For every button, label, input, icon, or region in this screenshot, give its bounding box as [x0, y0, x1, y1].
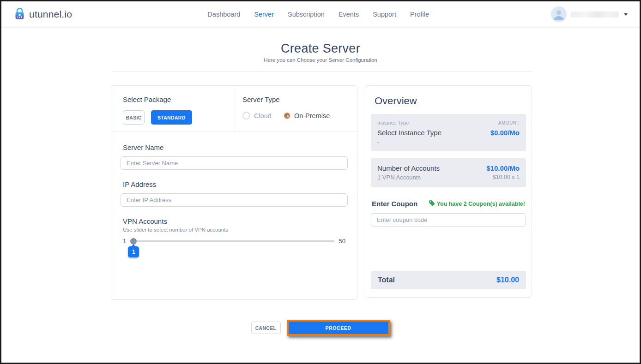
user-name-redacted: [571, 12, 619, 18]
slider-max-label: 50: [339, 238, 345, 245]
total-row: Total $10.00: [371, 271, 526, 289]
app-window: utunnel.io Dashboard Server Subscription…: [0, 0, 641, 364]
ip-address-label: IP Address: [123, 180, 348, 188]
nav-item-server[interactable]: Server: [254, 11, 274, 18]
vpn-accounts-group: VPN Accounts Use slider to select number…: [121, 217, 348, 245]
package-basic-button[interactable]: BASIC: [123, 110, 145, 125]
amount-header: AMOUNT: [498, 120, 520, 125]
user-menu[interactable]: [551, 6, 628, 22]
nav-item-subscription[interactable]: Subscription: [288, 11, 325, 18]
page-subtitle: Here you can Choose your Server Configur…: [1, 57, 640, 63]
proceed-button[interactable]: PROCEED: [289, 322, 388, 334]
accounts-amount-detail: $10.00 x 1: [493, 174, 520, 181]
slider-min-label: 1: [123, 238, 126, 245]
server-name-group: Server Name: [121, 143, 348, 170]
brand-name: utunnel.io: [29, 9, 72, 20]
coupon-code-input[interactable]: [371, 213, 526, 227]
instance-type-header: Instance Type: [377, 120, 409, 125]
nav-item-support[interactable]: Support: [373, 11, 396, 18]
server-name-label: Server Name: [123, 143, 348, 151]
click-highlight-annotation: PROCEED: [287, 320, 390, 336]
total-label: Total: [378, 276, 395, 284]
radio-on-premise-label[interactable]: On-Premise: [294, 112, 330, 119]
page-title: Create Server: [1, 42, 640, 56]
coupon-availability: You have 2 Coupon(s) available!: [429, 200, 525, 208]
overview-card: Overview Instance Type AMOUNT Select Ins…: [365, 85, 532, 298]
select-package-section: Select Package BASIC STANDARD: [111, 86, 235, 131]
vpn-accounts-slider[interactable]: 1: [130, 240, 334, 242]
package-standard-button[interactable]: STANDARD: [151, 110, 192, 125]
server-type-label: Server Type: [242, 95, 357, 103]
tag-icon: [429, 200, 435, 208]
nav-item-events[interactable]: Events: [339, 11, 359, 18]
avatar: [551, 6, 567, 22]
accounts-amount: $10.00/Mo: [486, 164, 520, 172]
top-navbar: utunnel.io Dashboard Server Subscription…: [1, 1, 640, 28]
total-amount: $10.00: [496, 276, 519, 284]
cancel-button[interactable]: CANCEL: [251, 322, 281, 334]
nav-item-profile[interactable]: Profile: [410, 11, 429, 18]
instance-type-block: Instance Type AMOUNT Select Instance Typ…: [371, 114, 526, 151]
instance-type-detail: -: [377, 138, 379, 145]
coupon-row: Enter Coupon You have 2 Coupon(s) availa…: [372, 200, 525, 208]
ip-address-input[interactable]: [121, 193, 348, 207]
nav-item-dashboard[interactable]: Dashboard: [207, 11, 240, 18]
ip-address-group: IP Address: [121, 180, 348, 207]
instance-type-name: Select Instance Type: [377, 129, 441, 137]
instance-type-amount: $0.00/Mo: [490, 129, 520, 137]
vpn-accounts-label: VPN Accounts: [123, 217, 348, 225]
server-name-input[interactable]: [121, 156, 348, 170]
server-config-card: Select Package BASIC STANDARD Server Typ…: [111, 85, 357, 300]
main-nav: Dashboard Server Subscription Events Sup…: [207, 11, 429, 18]
radio-cloud[interactable]: [242, 112, 250, 119]
coupon-availability-text: You have 2 Coupon(s) available!: [437, 201, 525, 207]
coupon-label: Enter Coupon: [372, 200, 417, 208]
package-type-row: Select Package BASIC STANDARD Server Typ…: [111, 86, 357, 132]
overview-title: Overview: [375, 95, 532, 107]
slider-value-badge: 1: [128, 246, 139, 257]
caret-down-icon: [624, 13, 628, 16]
title-divider: [111, 72, 532, 72]
radio-on-premise[interactable]: [284, 113, 290, 119]
vpn-accounts-helper: Use slider to select number of VPN accou…: [123, 227, 348, 233]
accounts-detail: 1 VPN Accounts: [377, 174, 421, 181]
radio-cloud-label[interactable]: Cloud: [254, 112, 272, 119]
accounts-name: Number of Accounts: [377, 164, 440, 172]
accounts-block: Number of Accounts $10.00/Mo 1 VPN Accou…: [371, 158, 526, 187]
lock-icon: [13, 7, 26, 22]
brand-logo[interactable]: utunnel.io: [13, 7, 72, 22]
form-actions: CANCEL PROCEED: [1, 320, 640, 336]
server-type-section: Server Type Cloud On-Premise: [235, 86, 357, 131]
select-package-label: Select Package: [123, 95, 235, 103]
slider-handle[interactable]: [130, 238, 137, 245]
